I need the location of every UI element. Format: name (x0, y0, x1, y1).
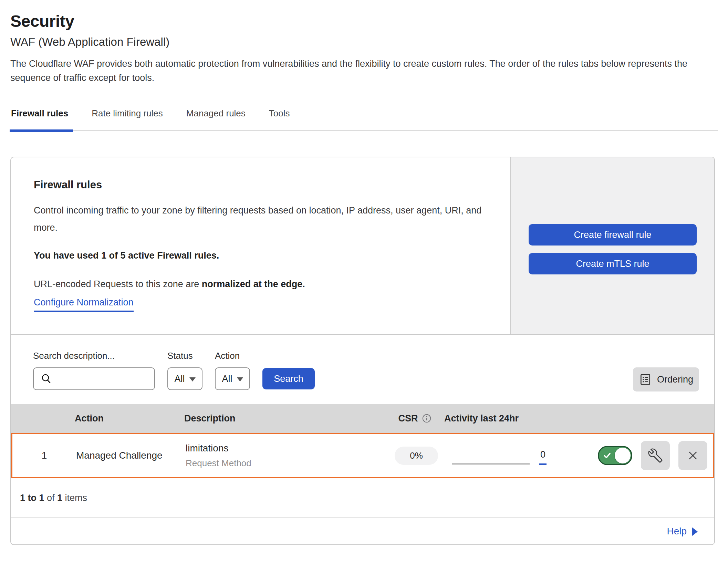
delete-rule-button[interactable] (678, 441, 707, 470)
csr-badge: 0% (395, 447, 438, 465)
arrow-right-icon (692, 527, 698, 536)
action-label: Action (215, 351, 250, 361)
rule-priority: 1 (12, 450, 76, 461)
search-box[interactable] (33, 367, 155, 390)
search-icon (40, 373, 52, 385)
rule-controls (598, 441, 707, 470)
table-header: Action Description CSR Activity last 24h… (11, 404, 714, 433)
activity-sparkline (452, 463, 530, 464)
normalization-text-plain: URL-encoded Requests to this zone are (34, 279, 199, 289)
rule-activity-cell: 0 (446, 441, 713, 470)
panel-description: Control incoming traffic to your zone by… (34, 202, 488, 237)
search-input[interactable] (52, 368, 154, 389)
tab-tools[interactable]: Tools (268, 105, 291, 130)
search-button[interactable]: Search (262, 368, 315, 389)
tab-bar: Firewall rules Rate limiting rules Manag… (10, 105, 718, 131)
rule-enabled-toggle[interactable] (598, 446, 632, 465)
help-link[interactable]: Help (667, 526, 698, 537)
action-dropdown-value: All (222, 374, 232, 384)
create-firewall-rule-button[interactable]: Create firewall rule (529, 224, 697, 246)
help-bar: Help (11, 518, 714, 544)
tab-managed-rules[interactable]: Managed rules (186, 105, 246, 130)
table-row: 1 Managed Challenge limitations Request … (11, 433, 714, 478)
help-link-label: Help (667, 526, 687, 537)
search-filter-group: Search description... (33, 351, 155, 390)
panel-heading: Firewall rules (34, 179, 497, 191)
firewall-rules-info: Firewall rules Control incoming traffic … (11, 157, 510, 334)
configure-normalization-link[interactable]: Configure Normalization (34, 297, 134, 312)
description-column-header: Description (184, 413, 386, 424)
rule-description: limitations (186, 443, 387, 454)
csr-column-header: CSR (386, 413, 444, 424)
edit-rule-button[interactable] (641, 441, 670, 470)
summary-range: 1 to 1 (20, 493, 44, 503)
status-dropdown-value: All (174, 374, 185, 384)
tab-rate-limiting-rules[interactable]: Rate limiting rules (91, 105, 164, 130)
csr-header-label: CSR (398, 413, 418, 424)
close-icon (687, 449, 699, 462)
chevron-down-icon (237, 377, 243, 382)
status-filter-group: Status All (167, 351, 202, 390)
normalization-text-bold: normalized at the edge. (202, 279, 305, 289)
checkmark-icon (599, 451, 612, 460)
activity-count-link[interactable]: 0 (539, 450, 547, 465)
firewall-rules-card: Firewall rules Control incoming traffic … (10, 157, 715, 545)
page-subtitle: WAF (Web Application Firewall) (10, 35, 718, 49)
tab-firewall-rules[interactable]: Firewall rules (10, 105, 69, 130)
ordering-list-icon (639, 373, 652, 386)
toggle-knob (615, 448, 631, 463)
action-column-header: Action (75, 413, 184, 424)
summary-of: of (44, 493, 58, 503)
action-dropdown[interactable]: All (215, 367, 250, 390)
create-mtls-rule-button[interactable]: Create mTLS rule (529, 253, 697, 274)
status-dropdown[interactable]: All (167, 367, 202, 390)
filter-bar: Search description... Status All (11, 334, 714, 404)
wrench-icon (648, 448, 663, 463)
chevron-down-icon (189, 377, 196, 382)
page-title: Security (10, 12, 718, 31)
pagination-summary: 1 to 1 of 1 items (11, 478, 714, 518)
search-label: Search description... (33, 351, 155, 361)
summary-total: 1 (57, 493, 62, 503)
rule-csr-cell: 0% (387, 447, 446, 465)
rule-description-cell: limitations Request Method (186, 443, 387, 469)
ordering-button-label: Ordering (657, 374, 693, 385)
create-rule-panel: Create firewall rule Create mTLS rule (510, 157, 714, 334)
usage-text: You have used 1 of 5 active Firewall rul… (34, 250, 497, 261)
firewall-rules-overview: Firewall rules Control incoming traffic … (11, 157, 714, 334)
ordering-button[interactable]: Ordering (633, 367, 699, 391)
summary-items: items (62, 493, 87, 503)
activity-column-header: Activity last 24hr (444, 413, 714, 424)
normalization-text: URL-encoded Requests to this zone are no… (34, 279, 497, 290)
security-waf-page: Security WAF (Web Application Firewall) … (0, 0, 728, 564)
page-description: The Cloudflare WAF provides both automat… (10, 57, 716, 85)
action-filter-group: Action All (215, 351, 250, 390)
rule-action: Managed Challenge (76, 450, 186, 461)
status-label: Status (167, 351, 202, 361)
info-icon[interactable] (422, 413, 432, 424)
rule-expression: Request Method (186, 458, 387, 469)
